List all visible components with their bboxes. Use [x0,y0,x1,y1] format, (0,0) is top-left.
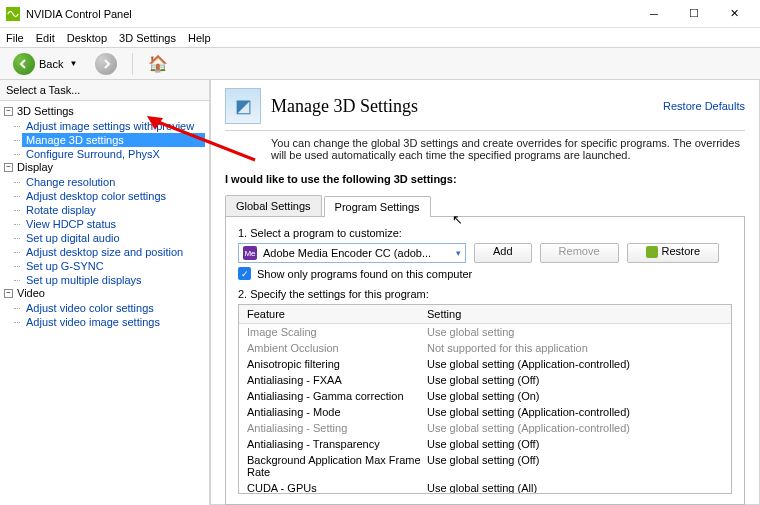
settings-row[interactable]: Antialiasing - ModeUse global setting (A… [239,404,731,420]
settings-row[interactable]: Image ScalingUse global setting [239,324,731,340]
settings-tabs: Global Settings Program Settings [225,195,745,216]
menu-3d-settings[interactable]: 3D Settings [119,32,176,44]
window-title: NVIDIA Control Panel [26,8,634,20]
menu-edit[interactable]: Edit [36,32,55,44]
step-2-label: 2. Specify the settings for this program… [238,288,732,300]
checkbox-checked-icon: ✓ [238,267,251,280]
setting-cell: Use global setting [427,326,723,338]
tree-group: −3D SettingsAdjust image settings with p… [4,105,205,161]
tree-item[interactable]: Set up multiple displays [22,273,205,287]
sidebar-header: Select a Task... [0,80,209,101]
col-header-setting: Setting [427,308,723,320]
minimize-button[interactable]: ─ [634,0,674,28]
remove-button[interactable]: Remove [540,243,619,263]
program-select-value: Adobe Media Encoder CC (adob... [263,247,431,259]
forward-button[interactable] [88,50,124,78]
show-only-checkbox[interactable]: ✓ Show only programs found on this compu… [238,267,732,280]
tab-global-settings[interactable]: Global Settings [225,195,322,216]
task-sidebar: Select a Task... −3D SettingsAdjust imag… [0,80,210,505]
dropdown-caret-icon: ▾ [456,248,461,258]
tree-item[interactable]: Change resolution [22,175,205,189]
menu-file[interactable]: File [6,32,24,44]
settings-row[interactable]: Antialiasing - FXAAUse global setting (O… [239,372,731,388]
setting-cell: Use global setting (Application-controll… [427,358,723,370]
setting-cell: Not supported for this application [427,342,723,354]
feature-cell: Antialiasing - Gamma correction [247,390,427,402]
tree-group-header[interactable]: −Video [4,287,205,299]
back-dropdown-icon[interactable]: ▼ [69,59,77,68]
settings-row[interactable]: Antialiasing - TransparencyUse global se… [239,436,731,452]
nav-toolbar: Back ▼ 🏠 [0,48,760,80]
back-arrow-icon [13,53,35,75]
tree-item[interactable]: Manage 3D settings [22,133,205,147]
feature-cell: Antialiasing - Transparency [247,438,427,450]
tree-group-label: Display [17,161,53,173]
settings-row[interactable]: Background Application Max Frame RateUse… [239,452,731,480]
feature-cell: Background Application Max Frame Rate [247,454,427,478]
setting-cell: Use global setting (Off) [427,438,723,450]
settings-subhead: I would like to use the following 3D set… [225,173,745,185]
tree-group-header[interactable]: −3D Settings [4,105,205,117]
tab-program-settings[interactable]: Program Settings [324,196,431,217]
tree-item[interactable]: Set up digital audio [22,231,205,245]
program-settings-panel: 1. Select a program to customize: Me Ado… [225,216,745,505]
setting-cell: Use global setting (Application-controll… [427,422,723,434]
restore-button[interactable]: Restore [627,243,720,263]
toolbar-divider [132,53,133,75]
tree-item[interactable]: Adjust desktop size and position [22,245,205,259]
page-description: You can change the global 3D settings an… [271,137,745,161]
feature-cell: Image Scaling [247,326,427,338]
feature-cell: Ambient Occlusion [247,342,427,354]
tree-collapse-icon[interactable]: − [4,163,13,172]
settings-row[interactable]: Anisotropic filteringUse global setting … [239,356,731,372]
home-button[interactable]: 🏠 [141,51,175,76]
tree-item[interactable]: Rotate display [22,203,205,217]
tree-group-label: Video [17,287,45,299]
tree-group: −VideoAdjust video color settingsAdjust … [4,287,205,329]
tree-group: −DisplayChange resolutionAdjust desktop … [4,161,205,287]
close-button[interactable]: ✕ [714,0,754,28]
add-button[interactable]: Add [474,243,532,263]
restore-defaults-link[interactable]: Restore Defaults [663,100,745,112]
feature-cell: Antialiasing - FXAA [247,374,427,386]
tree-item[interactable]: Adjust video image settings [22,315,205,329]
feature-cell: Anisotropic filtering [247,358,427,370]
tree-collapse-icon[interactable]: − [4,289,13,298]
menu-desktop[interactable]: Desktop [67,32,107,44]
nvidia-logo-icon [6,7,20,21]
home-icon: 🏠 [148,54,168,73]
page-icon: ◩ [225,88,261,124]
settings-row[interactable]: Antialiasing - SettingUse global setting… [239,420,731,436]
maximize-button[interactable]: ☐ [674,0,714,28]
tree-item[interactable]: Adjust image settings with preview [22,119,205,133]
settings-row[interactable]: CUDA - GPUsUse global setting (All) [239,480,731,494]
tree-collapse-icon[interactable]: − [4,107,13,116]
feature-cell: Antialiasing - Mode [247,406,427,418]
feature-cell: Antialiasing - Setting [247,422,427,434]
tree-item[interactable]: Adjust video color settings [22,301,205,315]
page-title: Manage 3D Settings [271,96,663,117]
tree-group-header[interactable]: −Display [4,161,205,173]
nvidia-badge-icon [646,246,658,258]
step-1-label: 1. Select a program to customize: [238,227,732,239]
setting-cell: Use global setting (On) [427,390,723,402]
setting-cell: Use global setting (Off) [427,454,723,478]
settings-row[interactable]: Ambient OcclusionNot supported for this … [239,340,731,356]
menu-help[interactable]: Help [188,32,211,44]
setting-cell: Use global setting (Application-controll… [427,406,723,418]
tree-item[interactable]: Adjust desktop color settings [22,189,205,203]
restore-button-label: Restore [662,245,701,257]
content-pane: ◩ Manage 3D Settings Restore Defaults Yo… [210,80,760,505]
menu-bar: File Edit Desktop 3D Settings Help [0,28,760,48]
col-header-feature: Feature [247,308,427,320]
settings-table[interactable]: Feature Setting Image ScalingUse global … [238,304,732,494]
program-select[interactable]: Me Adobe Media Encoder CC (adob... ▾ [238,243,466,263]
tree-item[interactable]: Configure Surround, PhysX [22,147,205,161]
setting-cell: Use global setting (All) [427,482,723,494]
tree-item[interactable]: Set up G-SYNC [22,259,205,273]
settings-row[interactable]: Antialiasing - Gamma correctionUse globa… [239,388,731,404]
tree-item[interactable]: View HDCP status [22,217,205,231]
back-label: Back [39,58,63,70]
task-tree: −3D SettingsAdjust image settings with p… [0,101,209,505]
back-button[interactable]: Back ▼ [6,50,84,78]
